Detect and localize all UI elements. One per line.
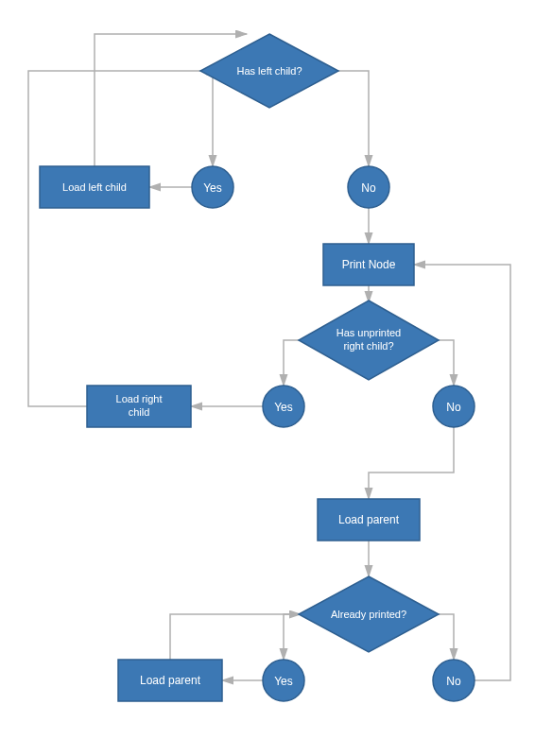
decision-already-printed: Already printed? [299, 576, 439, 652]
connector-yes-1-label: Yes [203, 181, 222, 195]
decision-has-unprinted-right-child-label-2: right child? [343, 340, 393, 352]
connector-no-3-label: No [446, 675, 461, 688]
connector-no-2: No [433, 386, 475, 427]
process-load-right-child: Load right child [87, 386, 191, 427]
process-print-node-label: Print Node [342, 258, 396, 271]
process-print-node: Print Node [323, 244, 414, 285]
process-load-right-child-label-1: Load right [116, 393, 163, 404]
decision-has-unprinted-right-child: Has unprinted right child? [299, 301, 439, 380]
process-load-parent-2: Load parent [118, 660, 222, 701]
connector-no-1: No [348, 166, 389, 208]
connector-yes-2-label: Yes [274, 401, 293, 414]
decision-has-left-child-label: Has left child? [236, 65, 302, 77]
decision-has-unprinted-right-child-label-1: Has unprinted [337, 327, 402, 338]
connector-no-1-label: No [361, 181, 376, 195]
process-load-left-child: Load left child [40, 166, 149, 208]
connector-no-2-label: No [446, 401, 461, 414]
connector-yes-3-label: Yes [274, 675, 293, 688]
connector-yes-1: Yes [192, 166, 233, 208]
process-load-left-child-label: Load left child [62, 181, 127, 193]
process-load-parent-1-label: Load parent [338, 513, 400, 526]
process-load-parent-1: Load parent [318, 499, 420, 541]
decision-already-printed-label: Already printed? [331, 609, 406, 620]
connector-yes-3: Yes [263, 660, 304, 701]
connector-no-3: No [433, 660, 475, 701]
process-load-parent-2-label: Load parent [140, 674, 201, 687]
process-load-right-child-label-2: child [129, 406, 150, 418]
decision-has-left-child: Has left child? [200, 34, 338, 108]
connector-yes-2: Yes [263, 386, 304, 427]
